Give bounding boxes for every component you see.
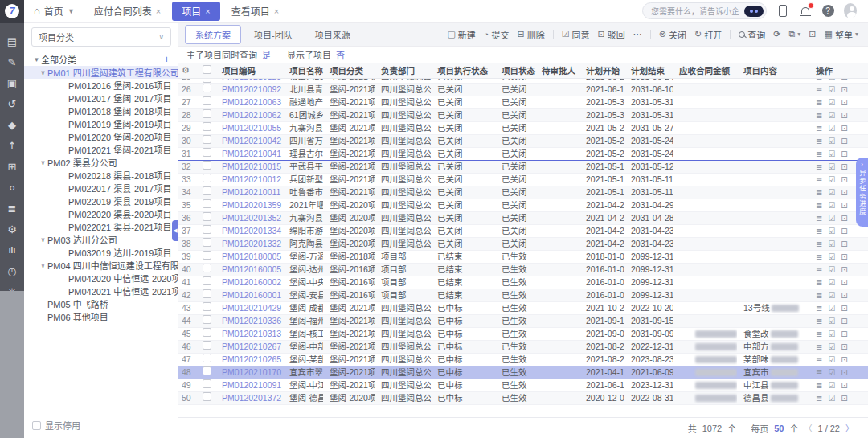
row-checkbox[interactable] — [203, 212, 211, 221]
detail-icon[interactable]: ⊡ — [841, 392, 847, 404]
cell-project-code[interactable]: PM0120201359 — [219, 199, 286, 211]
table-row[interactable]: 29PM0120210055九寨沟县保...堡闼-2021项目四川堡闼总公司已关… — [178, 121, 868, 134]
row-checkbox[interactable] — [203, 341, 211, 350]
cell-checkbox[interactable] — [199, 289, 219, 301]
tree-item[interactable]: ∨PM01 四川堡闼建筑工程有限公司 — [24, 66, 178, 79]
doc-icon[interactable]: ≣ — [816, 315, 822, 327]
cell-project-code[interactable]: PM0120210042 — [219, 134, 286, 147]
cell-checkbox[interactable] — [199, 353, 219, 366]
audit-check-icon[interactable]: ☑ — [828, 238, 835, 250]
project-code-link[interactable]: PM0120210012 — [222, 174, 281, 184]
audit-check-icon[interactable]: ☑ — [828, 366, 835, 379]
tree-item[interactable]: ∨PM02 渠县分公司 — [24, 156, 178, 169]
audit-check-icon[interactable]: ☑ — [828, 392, 835, 404]
project-code-link[interactable]: PM0120160005 — [222, 264, 281, 274]
row-checkbox[interactable] — [203, 174, 211, 182]
cell-project-code[interactable]: PM0120210336 — [219, 314, 286, 327]
cell-project-code[interactable]: PM0120210092 — [219, 83, 286, 96]
detail-icon[interactable]: ⊡ — [841, 199, 847, 211]
cell-project-code[interactable]: PM0120210313 — [219, 327, 286, 340]
cell-project-code[interactable]: PM0120210055 — [219, 121, 286, 134]
cell-project-code[interactable]: PM0120160002 — [219, 276, 286, 289]
tree-item[interactable]: PM06 其他项目 — [24, 310, 178, 323]
toolbar-button[interactable]: ⟳ — [773, 29, 780, 39]
cell-project-code[interactable]: PM0120210062 — [219, 108, 286, 121]
bell-icon[interactable] — [799, 5, 812, 18]
doc-icon[interactable]: ≣ — [816, 96, 822, 108]
view-tab-项目-团队[interactable]: 项目-团队 — [244, 26, 302, 43]
cell-checkbox[interactable] — [199, 301, 219, 314]
filter-link-yes[interactable]: 是 — [262, 48, 271, 61]
table-row[interactable]: 27PM0120210063融通地产（...堡闼-2021项目四川堡闼总公司已关… — [178, 96, 868, 108]
row-checkbox[interactable] — [203, 354, 211, 362]
project-book-icon[interactable]: ▣ — [0, 72, 24, 93]
table-row[interactable]: 41PM0120160002堡闼-中央...堡闼-2016项目项目部已结束已生效… — [178, 276, 868, 289]
tree-item[interactable]: PM022021 渠县-2021项目 — [24, 220, 178, 233]
help-icon[interactable]: ? — [821, 5, 834, 18]
audit-check-icon[interactable]: ☑ — [828, 96, 835, 108]
audit-check-icon[interactable]: ☑ — [828, 122, 835, 134]
project-code-link[interactable]: PM0120210265 — [222, 354, 281, 364]
tree-item[interactable]: PM042020 中信恒远-2020项目 — [24, 272, 178, 284]
detail-icon[interactable]: ⊡ — [841, 135, 847, 147]
filter-link-no[interactable]: 否 — [336, 48, 345, 61]
doc-icon[interactable]: ≣ — [816, 354, 822, 366]
audit-check-icon[interactable]: ☑ — [828, 264, 835, 276]
detail-icon[interactable]: ⊡ — [841, 238, 847, 250]
audit-check-icon[interactable]: ☑ — [828, 379, 835, 391]
toolbar-button[interactable]: ⧉▾ — [788, 29, 800, 39]
doc-icon[interactable]: ≣ — [816, 238, 822, 250]
detail-icon[interactable]: ⊡ — [841, 302, 847, 314]
table-row[interactable]: 46PM0120210267堡闼-中部...堡闼-2021项目四川堡闼总公司已中… — [178, 340, 868, 353]
cell-checkbox[interactable] — [199, 186, 219, 199]
project-code-link[interactable]: PM0120210015 — [222, 162, 281, 171]
column-settings-gear-icon[interactable]: ⚙ — [182, 65, 190, 75]
async-task-progress-tab[interactable]: › 异步任务进度 — [856, 158, 868, 227]
table-row[interactable]: 37PM0120201334绵阳市游仙...堡闼-2020项目四川堡闼总公司已关… — [178, 224, 868, 237]
tree-item[interactable]: PM042021 中信恒远-2021项目 — [24, 284, 178, 297]
detail-icon[interactable]: ⊡ — [841, 109, 847, 121]
detail-icon[interactable]: ⊡ — [841, 276, 847, 289]
detail-icon[interactable]: ⊡ — [841, 84, 847, 96]
cell-checkbox[interactable] — [199, 366, 219, 379]
next-page-button[interactable]: 〉 — [845, 422, 854, 434]
project-code-link[interactable]: PM0120210041 — [222, 149, 281, 158]
audit-check-icon[interactable]: ☑ — [828, 135, 835, 147]
doc-icon[interactable]: ≣ — [816, 289, 822, 301]
tree-item[interactable]: PM012021 堡闼-2021项目 — [24, 143, 178, 156]
tree-item[interactable]: PM05 中飞路桥 — [24, 297, 178, 310]
toolbar-button-查询[interactable]: 查询 — [739, 28, 765, 41]
view-tab-系统方案[interactable]: 系统方案 — [185, 25, 241, 44]
doc-icon[interactable]: ≣ — [816, 212, 822, 224]
close-icon[interactable]: × — [156, 6, 161, 16]
category-type-select[interactable]: 项目分类 ∨ — [31, 27, 171, 47]
cell-project-code[interactable]: PM0120210063 — [219, 96, 286, 108]
row-checkbox[interactable] — [203, 251, 211, 260]
archive-up-icon[interactable]: ↥ — [0, 135, 24, 156]
table-row[interactable]: 36PM0120201352九寨沟县漳...堡闼-2020项目四川堡闼总公司已关… — [178, 211, 868, 224]
cell-project-code[interactable]: PM0120201372 — [219, 391, 286, 404]
cell-checkbox[interactable] — [199, 96, 219, 108]
analytics-chart-icon[interactable]: ılı — [0, 239, 24, 260]
cell-project-code[interactable]: PM0120210041 — [219, 147, 286, 160]
detail-icon[interactable]: ⊡ — [841, 212, 847, 224]
toolbar-button-新建[interactable]: ▢新建 — [447, 28, 475, 41]
toolbar-button-⋯[interactable]: ⋯ — [633, 29, 642, 39]
contract-edit-icon[interactable]: ✎ — [0, 51, 24, 72]
doc-icon[interactable]: ≣ — [816, 366, 822, 379]
row-checkbox[interactable] — [203, 122, 211, 131]
folder-icon[interactable]: ▤ — [0, 31, 24, 51]
cell-checkbox[interactable] — [199, 263, 219, 276]
row-checkbox[interactable] — [203, 238, 211, 247]
cell-project-code[interactable]: PM0120210012 — [219, 173, 286, 186]
cell-project-code[interactable]: PM0120160005 — [219, 263, 286, 276]
apps-grid-icon[interactable]: ⊞ — [0, 156, 24, 177]
detail-icon[interactable]: ⊡ — [841, 264, 847, 276]
doc-icon[interactable]: ≣ — [816, 264, 822, 276]
cell-project-code[interactable]: PM0120180005 — [219, 250, 286, 263]
cell-checkbox[interactable] — [199, 340, 219, 353]
table-row[interactable]: 34PM0120210011吐鲁番市高...堡闼-2021项目四川堡闼总公司已关… — [178, 186, 868, 199]
row-checkbox[interactable] — [203, 79, 211, 83]
row-checkbox[interactable] — [203, 366, 211, 375]
add-category-button[interactable]: + — [163, 53, 170, 66]
